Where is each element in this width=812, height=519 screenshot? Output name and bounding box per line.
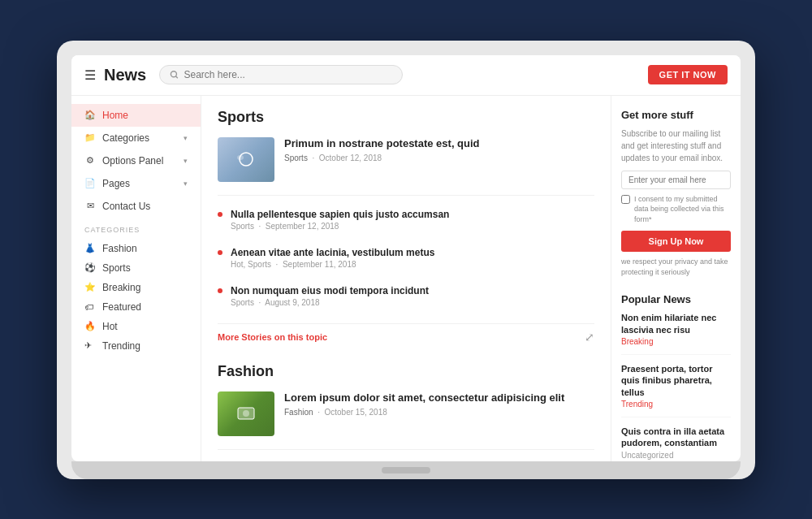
sidebar-cat-label-fashion: Fashion: [102, 243, 137, 254]
share-icon[interactable]: ⤢: [585, 331, 594, 344]
fashion-featured-date: October 15, 2018: [324, 408, 387, 417]
sidebar-item-contact[interactable]: ✉ Contact Us: [71, 195, 201, 218]
fashion-image-placeholder: [218, 391, 274, 436]
right-sidebar: Get more stuff Subscribe to our mailing …: [611, 96, 741, 461]
popular-news-1: Non enim hilariate nec lascivia nec risu…: [621, 312, 731, 355]
email-input[interactable]: [621, 171, 731, 189]
breaking-icon: ⭐: [84, 282, 96, 293]
laptop-base: [71, 461, 741, 479]
bullet-icon: [218, 212, 222, 217]
cta-button[interactable]: GET IT NOW: [648, 65, 728, 84]
fashion-featured-title: Lorem ipsum dolor sit amet, consectetur …: [284, 391, 564, 405]
bullet-icon: [218, 288, 222, 293]
sports-article-1-title[interactable]: Nulla pellentesque sapien quis justo acc…: [231, 209, 449, 220]
consent-checkbox[interactable]: [621, 195, 630, 204]
search-input[interactable]: [184, 69, 393, 80]
sports-article-2-info: Aenean vitae ante lacinia, vestibulum me…: [231, 247, 434, 269]
sports-article-2: Aenean vitae ante lacinia, vestibulum me…: [218, 247, 594, 277]
app-layout: 🏠 Home 📁 Categories ▾ ⚙ Options Panel ▾ …: [71, 96, 741, 461]
fashion-section-title: Fashion: [218, 363, 594, 380]
fashion-icon: 👗: [84, 243, 96, 254]
fashion-featured-category: Fashion: [284, 408, 313, 417]
sports-article-3-info: Non numquam eius modi tempora incidunt S…: [231, 285, 429, 307]
chevron-down-icon: ▾: [184, 134, 188, 142]
sports-featured-title: Primum in nostrane potestate est, quid: [284, 137, 480, 151]
page-icon: 📄: [84, 178, 96, 189]
sidebar-cat-hot[interactable]: 🔥 Hot: [71, 317, 201, 336]
consent-text: I consent to my submitted data being col…: [634, 194, 731, 225]
popular-news-3: Quis contra in illa aetata pudorem, cons…: [621, 426, 731, 461]
trending-icon: ✈: [84, 340, 96, 352]
bullet-icon: [218, 250, 222, 255]
sports-more-stories-link[interactable]: More Stories on this topic: [218, 332, 327, 342]
folder-icon: 📁: [84, 132, 96, 144]
popular-news-2-title[interactable]: Praesent porta, tortor quis finibus phar…: [621, 363, 731, 398]
sports-article-2-cat: Hot, Sports: [231, 260, 271, 269]
search-icon: [170, 70, 179, 80]
popular-news-widget: Popular News Non enim hilariate nec lasc…: [621, 293, 731, 461]
sidebar-cat-label-breaking: Breaking: [102, 282, 140, 293]
consent-row: I consent to my submitted data being col…: [621, 194, 731, 225]
sidebar-label-categories: Categories: [102, 132, 149, 144]
popular-news-1-title[interactable]: Non enim hilariate nec lascivia nec risu: [621, 312, 731, 335]
sidebar-label-pages: Pages: [102, 178, 130, 189]
sports-section: Sports Primum in nostrane potestate est,…: [218, 109, 594, 350]
sports-image-placeholder: [218, 137, 274, 182]
sidebar-label-contact: Contact Us: [102, 201, 150, 212]
gear-icon: ⚙: [84, 155, 96, 167]
svg-line-1: [176, 76, 178, 78]
sidebar-cat-fashion[interactable]: 👗 Fashion: [71, 239, 201, 258]
sidebar-cat-breaking[interactable]: ⭐ Breaking: [71, 278, 201, 297]
fashion-featured-info: Lorem ipsum dolor sit amet, consectetur …: [284, 391, 564, 417]
sports-article-2-meta: Hot, Sports · September 11, 2018: [231, 260, 434, 269]
signup-button[interactable]: Sign Up Now: [621, 231, 731, 252]
sports-article-1-cat: Sports: [231, 222, 254, 231]
sports-section-title: Sports: [218, 109, 594, 126]
popular-news-2: Praesent porta, tortor quis finibus phar…: [621, 363, 731, 417]
sidebar-cat-label-hot: Hot: [102, 321, 118, 332]
sports-article-1-date: September 12, 2018: [266, 222, 339, 231]
sports-icon: ⚽: [84, 262, 96, 274]
sidebar-cat-label-featured: Featured: [102, 301, 141, 313]
popular-news-title: Popular News: [621, 293, 731, 305]
laptop-frame: ☰ News GET IT NOW 🏠 Home 📁 Categorie: [57, 41, 755, 479]
svg-point-5: [243, 410, 249, 417]
sports-article-2-date: September 11, 2018: [283, 260, 356, 269]
header: ☰ News GET IT NOW: [71, 55, 741, 96]
sports-article-1: Nulla pellentesque sapien quis justo acc…: [218, 209, 594, 239]
sports-featured-category: Sports: [284, 154, 308, 162]
home-icon: 🏠: [84, 110, 96, 121]
featured-icon: 🏷: [84, 301, 96, 313]
popular-news-3-title[interactable]: Quis contra in illa aetata pudorem, cons…: [621, 426, 731, 449]
sports-article-3-date: August 9, 2018: [265, 298, 319, 307]
sports-featured-meta: Sports · October 12, 2018: [284, 154, 480, 162]
subscribe-widget: Get more stuff Subscribe to our mailing …: [621, 109, 731, 278]
mail-icon: ✉: [84, 201, 96, 212]
sports-more-row: More Stories on this topic ⤢: [218, 323, 594, 350]
fashion-featured-meta: Fashion · October 15, 2018: [284, 408, 564, 417]
sidebar-item-options[interactable]: ⚙ Options Panel ▾: [71, 149, 201, 172]
sidebar-item-pages[interactable]: 📄 Pages ▾: [71, 172, 201, 195]
hamburger-icon[interactable]: ☰: [84, 67, 96, 83]
sports-article-3-meta: Sports · August 9, 2018: [231, 298, 429, 307]
sports-article-3-cat: Sports: [231, 298, 254, 307]
sports-featured-article: Primum in nostrane potestate est, quid S…: [218, 137, 594, 196]
chevron-down-icon: ▾: [184, 157, 188, 165]
sports-article-3-title[interactable]: Non numquam eius modi tempora incidunt: [231, 285, 429, 296]
sidebar-item-categories[interactable]: 📁 Categories ▾: [71, 127, 201, 149]
search-bar: [159, 65, 403, 84]
browser-window: ☰ News GET IT NOW 🏠 Home 📁 Categorie: [71, 55, 741, 461]
sidebar-item-home[interactable]: 🏠 Home: [71, 104, 201, 127]
categories-label: CATEGORIES: [84, 226, 188, 234]
sidebar-label-options: Options Panel: [102, 155, 163, 167]
sports-article-2-title[interactable]: Aenean vitae ante lacinia, vestibulum me…: [231, 247, 434, 258]
svg-point-3: [237, 155, 244, 160]
sidebar-cat-trending[interactable]: ✈ Trending: [71, 336, 201, 356]
popular-news-2-cat: Trending: [621, 400, 731, 409]
laptop-notch: [382, 467, 430, 474]
sports-article-1-info: Nulla pellentesque sapien quis justo acc…: [231, 209, 449, 231]
sidebar-cat-sports[interactable]: ⚽ Sports: [71, 258, 201, 278]
sidebar-cat-label-trending: Trending: [102, 340, 140, 352]
subscribe-desc: Subscribe to our mailing list and get in…: [621, 128, 731, 164]
sidebar-cat-featured[interactable]: 🏷 Featured: [71, 297, 201, 317]
